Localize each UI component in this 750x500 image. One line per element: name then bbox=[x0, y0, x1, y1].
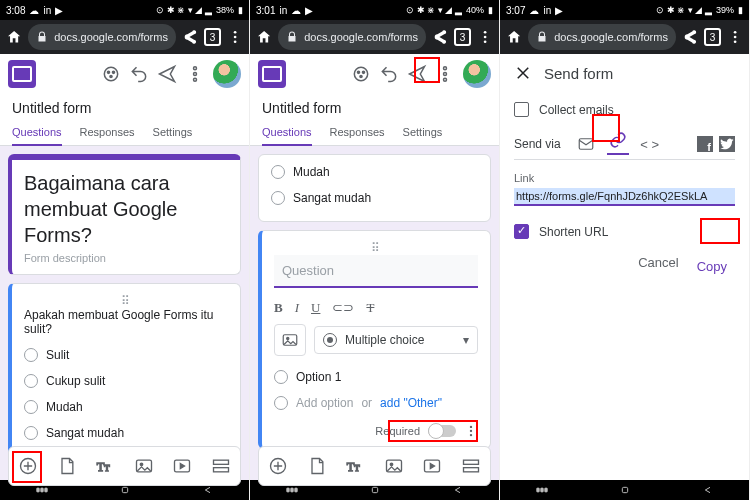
option-row[interactable]: Cukup sulit bbox=[24, 368, 228, 394]
back-nav-icon[interactable] bbox=[450, 485, 466, 495]
tab-count[interactable]: 3 bbox=[454, 28, 471, 46]
drag-handle-icon[interactable]: ⠿ bbox=[274, 241, 478, 255]
more-icon[interactable] bbox=[477, 28, 493, 46]
add-title-icon[interactable]: Tт bbox=[345, 456, 365, 476]
home-icon[interactable] bbox=[506, 28, 522, 46]
copy-button[interactable]: Copy bbox=[689, 255, 735, 278]
option-row[interactable]: Option 1 bbox=[274, 364, 478, 390]
url-bar[interactable]: docs.google.com/forms bbox=[278, 24, 426, 50]
forms-logo[interactable] bbox=[258, 60, 286, 88]
form-description[interactable]: Form description bbox=[24, 252, 228, 264]
home-nav-icon[interactable] bbox=[367, 485, 383, 495]
close-icon[interactable] bbox=[514, 64, 532, 82]
facebook-icon[interactable]: f bbox=[697, 136, 713, 152]
underline-icon[interactable]: U bbox=[311, 300, 320, 316]
recents-icon[interactable] bbox=[534, 485, 550, 495]
send-embed-tab[interactable]: < > bbox=[639, 133, 661, 155]
add-video-icon[interactable] bbox=[422, 456, 442, 476]
clear-fmt-icon[interactable]: T bbox=[366, 300, 374, 316]
theme-icon[interactable] bbox=[101, 64, 121, 84]
required-toggle[interactable] bbox=[428, 425, 456, 437]
add-title-icon[interactable]: Tт bbox=[95, 456, 115, 476]
title-card[interactable]: Bagaimana cara membuat Google Forms? For… bbox=[8, 154, 241, 275]
tab-responses[interactable]: Responses bbox=[80, 120, 135, 145]
form-question-title[interactable]: Bagaimana cara membuat Google Forms? bbox=[24, 170, 228, 248]
forms-logo[interactable] bbox=[8, 60, 36, 88]
link-url-field[interactable]: https://forms.gle/FqnhJDz6hkQ2ESkLA bbox=[514, 188, 735, 206]
undo-icon[interactable] bbox=[129, 64, 149, 84]
question-text[interactable]: Apakah membuat Google Forms itu sulit? bbox=[24, 308, 228, 336]
twitter-icon[interactable] bbox=[719, 136, 735, 152]
home-icon[interactable] bbox=[256, 28, 272, 46]
tab-questions[interactable]: Questions bbox=[12, 120, 62, 146]
checkbox-checked-icon[interactable] bbox=[514, 224, 529, 239]
home-nav-icon[interactable] bbox=[117, 485, 133, 495]
tab-responses[interactable]: Responses bbox=[330, 120, 385, 145]
add-section-icon[interactable] bbox=[461, 456, 481, 476]
tab-count[interactable]: 3 bbox=[204, 28, 221, 46]
send-icon[interactable] bbox=[407, 64, 427, 84]
active-question-card[interactable]: ⠿ Question B I U ⊂⊃ T Multiple choice ▾ … bbox=[258, 230, 491, 449]
tab-settings[interactable]: Settings bbox=[153, 120, 193, 145]
add-other-label[interactable]: add "Other" bbox=[380, 396, 442, 410]
recents-icon[interactable] bbox=[284, 485, 300, 495]
add-image-icon[interactable] bbox=[384, 456, 404, 476]
bold-icon[interactable]: B bbox=[274, 300, 283, 316]
add-section-icon[interactable] bbox=[211, 456, 231, 476]
collect-emails-row[interactable]: Collect emails bbox=[514, 96, 735, 123]
share-icon[interactable] bbox=[682, 28, 698, 46]
recents-icon[interactable] bbox=[34, 485, 50, 495]
add-image-button[interactable] bbox=[274, 324, 306, 356]
send-link-tab[interactable] bbox=[607, 133, 629, 155]
tab-count[interactable]: 3 bbox=[704, 28, 721, 46]
checkbox-icon[interactable] bbox=[514, 102, 529, 117]
tab-questions[interactable]: Questions bbox=[262, 120, 312, 146]
option-row[interactable]: Mudah bbox=[271, 159, 478, 185]
add-option-row[interactable]: Add option or add "Other" bbox=[274, 390, 478, 416]
theme-icon[interactable] bbox=[351, 64, 371, 84]
add-video-icon[interactable] bbox=[172, 456, 192, 476]
drag-handle-icon[interactable]: ⠿ bbox=[24, 294, 228, 308]
url-bar[interactable]: docs.google.com/forms bbox=[28, 24, 176, 50]
back-nav-icon[interactable] bbox=[700, 485, 716, 495]
tab-settings[interactable]: Settings bbox=[403, 120, 443, 145]
cancel-button[interactable]: Cancel bbox=[638, 255, 678, 278]
back-nav-icon[interactable] bbox=[200, 485, 216, 495]
question-type-select[interactable]: Multiple choice ▾ bbox=[314, 326, 478, 354]
add-image-icon[interactable] bbox=[134, 456, 154, 476]
option-row[interactable]: Sangat mudah bbox=[24, 420, 228, 446]
avatar[interactable] bbox=[213, 60, 241, 88]
form-title[interactable]: Untitled form bbox=[0, 94, 249, 120]
home-icon[interactable] bbox=[6, 28, 22, 46]
add-question-icon[interactable] bbox=[18, 456, 38, 476]
send-icon[interactable] bbox=[157, 64, 177, 84]
import-icon[interactable] bbox=[307, 456, 327, 476]
option-row[interactable]: Mudah bbox=[24, 394, 228, 420]
prev-question-card[interactable]: Mudah Sangat mudah bbox=[258, 154, 491, 222]
link-fmt-icon[interactable]: ⊂⊃ bbox=[332, 300, 354, 316]
add-question-icon[interactable] bbox=[268, 456, 288, 476]
home-nav-icon[interactable] bbox=[617, 485, 633, 495]
option-row[interactable]: Sulit bbox=[24, 342, 228, 368]
add-option-label[interactable]: Add option bbox=[296, 396, 353, 410]
phone-screen-3: 3:07 ☁in▶ ⊙ ✱ ⋇ ▾ ◢ ▂39%▮ docs.google.co… bbox=[500, 0, 750, 500]
share-icon[interactable] bbox=[182, 28, 198, 46]
italic-icon[interactable]: I bbox=[295, 300, 299, 316]
more-vert-icon[interactable] bbox=[435, 64, 455, 84]
send-email-tab[interactable] bbox=[575, 133, 597, 155]
question-card[interactable]: ⠿ Apakah membuat Google Forms itu sulit?… bbox=[8, 283, 241, 457]
more-icon[interactable] bbox=[727, 28, 743, 46]
share-icon[interactable] bbox=[432, 28, 448, 46]
avatar[interactable] bbox=[463, 60, 491, 88]
url-bar[interactable]: docs.google.com/forms bbox=[528, 24, 676, 50]
more-vert-icon[interactable] bbox=[185, 64, 205, 84]
option-row[interactable]: Sangat mudah bbox=[271, 185, 478, 211]
option-label[interactable]: Option 1 bbox=[296, 370, 341, 384]
shorten-url-row[interactable]: Shorten URL bbox=[514, 218, 735, 245]
undo-icon[interactable] bbox=[379, 64, 399, 84]
import-icon[interactable] bbox=[57, 456, 77, 476]
question-input[interactable]: Question bbox=[274, 255, 478, 288]
more-vert-icon[interactable] bbox=[464, 424, 478, 438]
form-title[interactable]: Untitled form bbox=[250, 94, 499, 120]
more-icon[interactable] bbox=[227, 28, 243, 46]
